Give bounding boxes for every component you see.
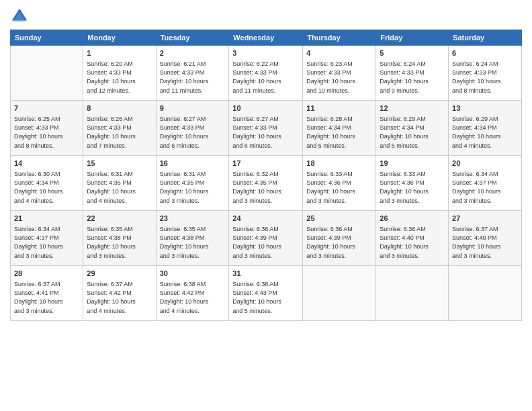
day-number: 21 [14, 214, 79, 224]
day-info: Sunrise: 6:31 AM Sunset: 4:35 PM Dayligh… [160, 170, 226, 205]
day-number: 25 [306, 214, 372, 224]
day-number: 20 [452, 158, 518, 169]
calendar-cell: 13Sunrise: 6:29 AM Sunset: 4:34 PM Dayli… [449, 101, 522, 156]
calendar-cell: 20Sunrise: 6:34 AM Sunset: 4:37 PM Dayli… [449, 156, 522, 211]
calendar-cell: 15Sunrise: 6:31 AM Sunset: 4:35 PM Dayli… [83, 156, 156, 211]
calendar-header: SundayMondayTuesdayWednesdayThursdayFrid… [11, 30, 522, 46]
calendar-cell: 17Sunrise: 6:32 AM Sunset: 4:35 PM Dayli… [229, 156, 303, 211]
calendar-cell: 31Sunrise: 6:38 AM Sunset: 4:43 PM Dayli… [229, 266, 303, 321]
calendar-cell: 28Sunrise: 6:37 AM Sunset: 4:41 PM Dayli… [11, 266, 83, 321]
header [10, 7, 522, 26]
day-info: Sunrise: 6:36 AM Sunset: 4:40 PM Dayligh… [380, 225, 445, 260]
day-number: 10 [232, 103, 299, 113]
calendar-cell: 7Sunrise: 6:25 AM Sunset: 4:33 PM Daylig… [11, 101, 83, 156]
calendar-cell [303, 266, 376, 321]
day-info: Sunrise: 6:34 AM Sunset: 4:37 PM Dayligh… [14, 225, 79, 260]
calendar-cell: 5Sunrise: 6:24 AM Sunset: 4:33 PM Daylig… [376, 46, 449, 101]
day-info: Sunrise: 6:35 AM Sunset: 4:38 PM Dayligh… [160, 225, 226, 260]
day-info: Sunrise: 6:23 AM Sunset: 4:33 PM Dayligh… [306, 60, 372, 95]
calendar-cell: 8Sunrise: 6:26 AM Sunset: 4:33 PM Daylig… [83, 101, 156, 156]
day-number: 22 [87, 214, 152, 224]
calendar-cell: 19Sunrise: 6:33 AM Sunset: 4:36 PM Dayli… [376, 156, 449, 211]
calendar-cell: 18Sunrise: 6:33 AM Sunset: 4:36 PM Dayli… [303, 156, 376, 211]
day-info: Sunrise: 6:37 AM Sunset: 4:40 PM Dayligh… [452, 225, 518, 260]
day-number: 4 [306, 48, 372, 58]
calendar-cell: 1Sunrise: 6:20 AM Sunset: 4:33 PM Daylig… [83, 46, 156, 101]
page: SundayMondayTuesdayWednesdayThursdayFrid… [0, 0, 532, 411]
day-number: 11 [306, 103, 372, 113]
calendar-cell: 4Sunrise: 6:23 AM Sunset: 4:33 PM Daylig… [303, 46, 376, 101]
day-info: Sunrise: 6:38 AM Sunset: 4:43 PM Dayligh… [232, 280, 299, 315]
day-number: 29 [87, 269, 152, 279]
day-info: Sunrise: 6:37 AM Sunset: 4:41 PM Dayligh… [14, 280, 79, 315]
day-info: Sunrise: 6:30 AM Sunset: 4:34 PM Dayligh… [14, 170, 79, 205]
calendar-cell: 21Sunrise: 6:34 AM Sunset: 4:37 PM Dayli… [11, 211, 83, 266]
day-number: 3 [232, 48, 299, 58]
day-number: 5 [380, 48, 445, 58]
day-info: Sunrise: 6:33 AM Sunset: 4:36 PM Dayligh… [380, 170, 445, 205]
day-info: Sunrise: 6:24 AM Sunset: 4:33 PM Dayligh… [380, 60, 445, 95]
calendar-week-1: 1Sunrise: 6:20 AM Sunset: 4:33 PM Daylig… [11, 46, 522, 101]
weekday-header-thursday: Thursday [303, 30, 376, 46]
day-number: 30 [160, 269, 226, 279]
weekday-header-sunday: Sunday [11, 30, 83, 46]
logo [10, 7, 32, 26]
day-info: Sunrise: 6:31 AM Sunset: 4:35 PM Dayligh… [87, 170, 152, 205]
calendar-cell [376, 266, 449, 321]
day-info: Sunrise: 6:27 AM Sunset: 4:33 PM Dayligh… [160, 115, 226, 150]
day-number: 16 [160, 158, 226, 169]
calendar-cell: 29Sunrise: 6:37 AM Sunset: 4:42 PM Dayli… [83, 266, 156, 321]
day-info: Sunrise: 6:29 AM Sunset: 4:34 PM Dayligh… [452, 115, 518, 150]
day-number: 28 [14, 269, 79, 279]
day-number: 13 [452, 103, 518, 113]
day-number: 24 [232, 214, 299, 224]
day-info: Sunrise: 6:35 AM Sunset: 4:38 PM Dayligh… [87, 225, 152, 260]
day-info: Sunrise: 6:24 AM Sunset: 4:33 PM Dayligh… [452, 60, 518, 95]
weekday-header-friday: Friday [376, 30, 449, 46]
day-info: Sunrise: 6:28 AM Sunset: 4:34 PM Dayligh… [306, 115, 372, 150]
calendar-cell: 12Sunrise: 6:29 AM Sunset: 4:34 PM Dayli… [376, 101, 449, 156]
calendar-cell: 2Sunrise: 6:21 AM Sunset: 4:33 PM Daylig… [156, 46, 229, 101]
day-number: 17 [232, 158, 299, 169]
weekday-header-row: SundayMondayTuesdayWednesdayThursdayFrid… [11, 30, 522, 46]
calendar-cell: 14Sunrise: 6:30 AM Sunset: 4:34 PM Dayli… [11, 156, 83, 211]
day-info: Sunrise: 6:32 AM Sunset: 4:35 PM Dayligh… [232, 170, 299, 205]
day-number: 6 [452, 48, 518, 58]
day-info: Sunrise: 6:27 AM Sunset: 4:33 PM Dayligh… [232, 115, 299, 150]
calendar-cell [11, 46, 83, 101]
calendar-cell: 16Sunrise: 6:31 AM Sunset: 4:35 PM Dayli… [156, 156, 229, 211]
calendar-week-4: 21Sunrise: 6:34 AM Sunset: 4:37 PM Dayli… [11, 211, 522, 266]
day-info: Sunrise: 6:22 AM Sunset: 4:33 PM Dayligh… [232, 60, 299, 95]
day-number: 8 [87, 103, 152, 113]
calendar-cell: 10Sunrise: 6:27 AM Sunset: 4:33 PM Dayli… [229, 101, 303, 156]
calendar-cell [449, 266, 522, 321]
calendar-cell: 11Sunrise: 6:28 AM Sunset: 4:34 PM Dayli… [303, 101, 376, 156]
weekday-header-saturday: Saturday [449, 30, 522, 46]
day-number: 18 [306, 158, 372, 169]
calendar-cell: 27Sunrise: 6:37 AM Sunset: 4:40 PM Dayli… [449, 211, 522, 266]
day-info: Sunrise: 6:26 AM Sunset: 4:33 PM Dayligh… [87, 115, 152, 150]
calendar-week-5: 28Sunrise: 6:37 AM Sunset: 4:41 PM Dayli… [11, 266, 522, 321]
calendar-cell: 6Sunrise: 6:24 AM Sunset: 4:33 PM Daylig… [449, 46, 522, 101]
calendar-cell: 9Sunrise: 6:27 AM Sunset: 4:33 PM Daylig… [156, 101, 229, 156]
calendar-cell: 26Sunrise: 6:36 AM Sunset: 4:40 PM Dayli… [376, 211, 449, 266]
day-info: Sunrise: 6:34 AM Sunset: 4:37 PM Dayligh… [452, 170, 518, 205]
calendar-cell: 25Sunrise: 6:36 AM Sunset: 4:39 PM Dayli… [303, 211, 376, 266]
day-number: 1 [87, 48, 152, 58]
calendar-week-3: 14Sunrise: 6:30 AM Sunset: 4:34 PM Dayli… [11, 156, 522, 211]
day-number: 15 [87, 158, 152, 169]
weekday-header-monday: Monday [83, 30, 156, 46]
logo-icon [10, 7, 29, 26]
day-number: 9 [160, 103, 226, 113]
calendar-cell: 23Sunrise: 6:35 AM Sunset: 4:38 PM Dayli… [156, 211, 229, 266]
weekday-header-wednesday: Wednesday [229, 30, 303, 46]
weekday-header-tuesday: Tuesday [156, 30, 229, 46]
day-number: 19 [380, 158, 445, 169]
day-info: Sunrise: 6:25 AM Sunset: 4:33 PM Dayligh… [14, 115, 79, 150]
day-number: 7 [14, 103, 79, 113]
day-info: Sunrise: 6:38 AM Sunset: 4:42 PM Dayligh… [160, 280, 226, 315]
day-info: Sunrise: 6:36 AM Sunset: 4:39 PM Dayligh… [232, 225, 299, 260]
day-info: Sunrise: 6:33 AM Sunset: 4:36 PM Dayligh… [306, 170, 372, 205]
day-number: 12 [380, 103, 445, 113]
calendar-body: 1Sunrise: 6:20 AM Sunset: 4:33 PM Daylig… [11, 46, 522, 321]
